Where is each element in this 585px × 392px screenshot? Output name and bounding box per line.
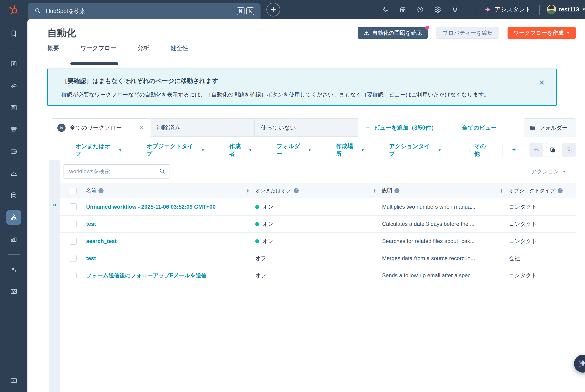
tab-analytics[interactable]: 分析: [137, 44, 149, 60]
actions-dropdown-button[interactable]: アクション ▼: [525, 165, 572, 178]
all-views-label: 全てのビュー: [462, 124, 497, 132]
assistant-button[interactable]: ✦ アシスタント: [485, 0, 531, 19]
search-icon: [159, 168, 166, 175]
table-row: フォーム送信後にフォローアップEメールを送信 オフ Sends a follow…: [60, 267, 576, 284]
view-tab-label: 全てのワークフロー: [70, 124, 122, 132]
workflow-search-input[interactable]: [63, 164, 170, 178]
topbar-icon-group: [382, 0, 458, 19]
create-workflow-label: ワークフローを作成: [514, 29, 564, 36]
workflow-name-link[interactable]: test: [86, 221, 255, 227]
sidebar-divider-2: [8, 254, 20, 255]
workflow-name-link[interactable]: test: [86, 255, 255, 262]
assistant-sparkle-icon: ✦: [485, 5, 491, 14]
account-caret-icon: ▼: [582, 7, 585, 12]
tab-workflows[interactable]: ワークフロー: [80, 44, 116, 60]
filter-creator[interactable]: 作成者▼: [229, 142, 252, 158]
settings-gear-icon[interactable]: [434, 6, 441, 13]
filter-on-off[interactable]: オンまたはオフ▼: [75, 142, 122, 158]
search-icon: [34, 8, 41, 15]
expand-panel-icon[interactable]: »: [49, 201, 60, 208]
row-checkbox[interactable]: [70, 238, 76, 244]
status-on-dot: [255, 239, 259, 243]
global-search[interactable]: HubSpotを検索 ⌘ K: [28, 3, 260, 19]
edit-properties-button[interactable]: プロパティーを編集: [437, 27, 499, 39]
sort-icons[interactable]: ▲▼: [246, 189, 249, 193]
undo-button[interactable]: [530, 143, 543, 157]
filter-action-type[interactable]: アクションタイプ▼: [389, 142, 442, 158]
info-icon: i: [394, 188, 399, 193]
view-tab-all-workflows[interactable]: 5 全てのワークフロー ✕: [51, 118, 151, 137]
workflow-name-link[interactable]: Unnamed workflow - 2025-11-06 03:52:09 G…: [86, 204, 255, 210]
account-menu[interactable]: test113 ▼: [547, 0, 585, 19]
sidebar-item-bookmarks[interactable]: [6, 26, 21, 41]
row-checkbox[interactable]: [70, 255, 76, 262]
description-cell: Searches for related files about "cak...: [382, 238, 509, 244]
tab-health[interactable]: 健全性: [170, 44, 188, 60]
help-icon[interactable]: [417, 6, 424, 13]
page-tabs: 概要 ワークフロー 分析 健全性: [47, 44, 188, 60]
sort-icons[interactable]: ▲▼: [500, 189, 503, 193]
row-checkbox[interactable]: [70, 220, 76, 228]
sidebar-item-ai[interactable]: [6, 262, 21, 277]
view-tab-label: 削除済み: [157, 124, 180, 132]
sidebar-item-automations[interactable]: [6, 210, 21, 225]
advanced-filter-icon[interactable]: [512, 146, 519, 154]
create-workflow-caret-icon: ▼: [566, 31, 570, 35]
add-view-label: ビューを追加（3/50件）: [374, 124, 437, 132]
view-tab-label: 使っていない: [261, 124, 296, 132]
view-tab-deleted[interactable]: 削除済み: [151, 118, 255, 137]
more-filters-link[interactable]: ＋その他: [466, 142, 492, 158]
sidebar-item-crm[interactable]: [6, 56, 21, 71]
sidebar-item-marketing[interactable]: [6, 78, 21, 93]
tab-overview[interactable]: 概要: [47, 44, 59, 60]
phone-icon[interactable]: [382, 6, 389, 13]
sidebar-item-payments[interactable]: [6, 144, 21, 159]
folders-panel-collapsed: »: [49, 160, 60, 392]
object-type-cell: コンタクト: [509, 272, 576, 279]
sidebar-item-data[interactable]: [6, 188, 21, 203]
add-view-link[interactable]: ＋ ビューを追加（3/50件）: [365, 123, 437, 132]
object-type-cell: コンタクト: [509, 203, 576, 210]
column-description[interactable]: 説明i ▲▼: [382, 187, 509, 194]
filter-object-type[interactable]: オブジェクトタイプ▼: [146, 142, 204, 158]
column-name[interactable]: 名前i ▲▼: [86, 187, 255, 194]
sidebar-item-reporting[interactable]: [6, 232, 21, 247]
table-row: Unnamed workflow - 2025-11-06 03:52:09 G…: [60, 198, 576, 216]
folder-icon: [529, 124, 536, 131]
status-on-dot: [255, 205, 259, 209]
workflow-name-link[interactable]: フォーム送信後にフォローアップEメールを送信: [86, 272, 255, 279]
view-tab-unused[interactable]: 使っていない: [255, 118, 358, 137]
hubspot-logo[interactable]: [0, 4, 27, 15]
filter-created-in[interactable]: 作成場所▼: [336, 142, 364, 158]
all-views-link[interactable]: 全てのビュー: [462, 124, 497, 132]
sidebar-divider: [8, 49, 20, 49]
table-header: 名前i ▲▼ オンまたはオフi ▲▼ 説明i ▲▼ オブジェクトタイプi: [60, 183, 576, 198]
left-sidebar: [0, 19, 27, 392]
sidebar-item-developer[interactable]: [6, 284, 21, 299]
marketplace-icon[interactable]: [399, 6, 406, 13]
status-cell: オフ: [255, 272, 382, 279]
sidebar-item-commerce[interactable]: [6, 122, 21, 137]
user-avatar: [547, 5, 556, 14]
select-all-checkbox[interactable]: [70, 187, 76, 194]
workflow-table-section: » アクション ▼ 名前i ▲▼: [49, 160, 576, 392]
create-workflow-button[interactable]: ワークフローを作成 ▼: [508, 27, 576, 39]
view-tab-close-icon[interactable]: ✕: [139, 124, 144, 131]
quick-add-button[interactable]: +: [266, 3, 280, 16]
collapse-sidebar-icon[interactable]: [6, 373, 21, 388]
sidebar-item-content[interactable]: [6, 100, 21, 115]
column-on-off[interactable]: オンまたはオフi ▲▼: [255, 187, 382, 194]
workflow-name-link[interactable]: search_test: [86, 238, 255, 244]
row-checkbox[interactable]: [70, 272, 76, 279]
notifications-bell-icon[interactable]: [452, 6, 458, 13]
sidebar-item-service[interactable]: [6, 166, 21, 181]
check-automation-issues-button[interactable]: 自動化の問題を確認: [358, 27, 428, 39]
sort-icons[interactable]: ▲▼: [373, 189, 376, 193]
copy-button[interactable]: [546, 143, 560, 157]
banner-close-icon[interactable]: ✕: [539, 79, 545, 87]
column-object-type[interactable]: オブジェクトタイプi: [509, 187, 576, 194]
folders-button[interactable]: フォルダー: [524, 118, 576, 137]
row-checkbox[interactable]: [70, 204, 76, 210]
save-view-button[interactable]: [562, 143, 576, 157]
filter-folder[interactable]: フォルダー▼: [277, 142, 311, 158]
